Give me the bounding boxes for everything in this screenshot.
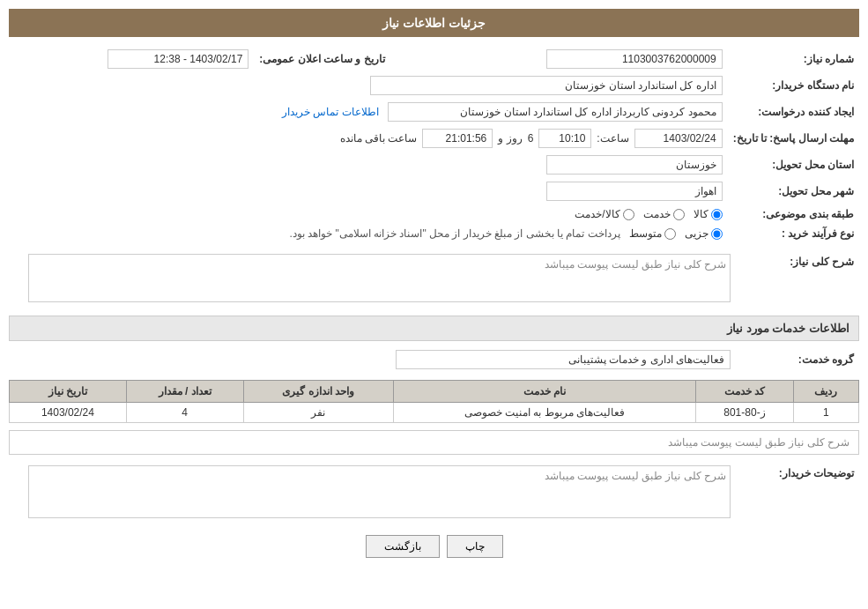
buyer-desc-value: شرح کلی نیاز طبق لیست پیوست میباشد bbox=[9, 462, 736, 524]
radio-jozi-label: جزیی bbox=[685, 227, 708, 240]
mande-label: ساعت باقی مانده bbox=[340, 132, 418, 145]
grohe-label: گروه خدمت: bbox=[736, 346, 859, 373]
cell-radif: 1 bbox=[793, 403, 858, 423]
navefar-value: جزیی متوسط پرداخت تمام یا بخشی از مبلغ خ… bbox=[9, 224, 728, 243]
col-kod: کد خدمت bbox=[695, 381, 793, 403]
row-tabaqe: طبقه بندی موضوعی: کالا خدمت کالا/خدمت bbox=[9, 204, 859, 224]
buyer-desc-textarea[interactable]: شرح کلی نیاز طبق لیست پیوست میباشد bbox=[28, 465, 731, 518]
row-ijad: ایجاد کننده درخواست: محمود کردونی کاربرد… bbox=[9, 99, 859, 125]
table-row: 1 ز-80-801 فعالیت‌های مربوط به امنیت خصو… bbox=[10, 403, 859, 423]
cell-name: فعالیت‌های مربوط به امنیت خصوصی bbox=[393, 403, 695, 423]
roz-label: روز و bbox=[498, 132, 522, 145]
grohe-table: گروه خدمت: فعالیت‌های اداری و خدمات پشتی… bbox=[9, 346, 859, 373]
page-title: جزئیات اطلاعات نیاز bbox=[382, 16, 486, 30]
row-shahr: شهر محل تحویل: اهواز bbox=[9, 178, 859, 204]
cell-vahed: نفر bbox=[243, 403, 393, 423]
radio-kala-label: کالا bbox=[694, 208, 708, 220]
ijad-input: محمود کردونی کاربرداز اداره کل استاندارد… bbox=[388, 102, 723, 122]
print-button[interactable]: چاپ bbox=[447, 535, 503, 558]
shahr-input: اهواز bbox=[546, 182, 723, 201]
ostan-label: استان محل تحویل: bbox=[728, 152, 859, 178]
col-vahed: واحد اندازه گیری bbox=[243, 381, 393, 403]
cell-kod: ز-80-801 bbox=[695, 403, 793, 423]
buyer-desc-row: توضیحات خریدار: شرح کلی نیاز طبق لیست پی… bbox=[9, 462, 859, 524]
shomare-value: 1103003762000009 bbox=[426, 46, 728, 72]
col-name: نام خدمت bbox=[393, 381, 695, 403]
radio-kala[interactable]: کالا bbox=[694, 208, 723, 220]
row-shomare: شماره نیاز: 1103003762000009 تاریخ و ساع… bbox=[9, 46, 859, 72]
info-table: شماره نیاز: 1103003762000009 تاریخ و ساع… bbox=[9, 46, 859, 243]
radio-kalakhedmat-label: کالا/خدمت bbox=[575, 208, 619, 220]
namdasgah-input: اداره کل استاندارد استان خوزستان bbox=[370, 76, 723, 95]
shahr-value: اهواز bbox=[9, 178, 728, 204]
buyer-desc-label: توضیحات خریدار: bbox=[736, 462, 859, 524]
row-namdasgah: نام دستگاه خریدار: اداره کل استاندارد اس… bbox=[9, 72, 859, 99]
sharh-section-table: شرح کلی نیاز: شرح کلی نیاز طبق لیست پیوس… bbox=[9, 250, 859, 308]
mohlat-mande: 21:01:56 bbox=[422, 129, 493, 148]
services-header-row: ردیف کد خدمت نام خدمت واحد اندازه گیری ت… bbox=[10, 381, 859, 403]
cell-tarikh: 1403/02/24 bbox=[10, 403, 127, 423]
radio-mota-label: متوسط bbox=[629, 227, 662, 240]
taarikh-input: 1403/02/17 - 12:38 bbox=[108, 49, 249, 69]
services-note: شرح کلی نیاز طبق لیست پیوست میباشد bbox=[668, 436, 849, 449]
namdasgah-label: نام دستگاه خریدار: bbox=[728, 72, 859, 99]
radio-khedmat-input[interactable] bbox=[673, 209, 685, 220]
sharh-value: شرح کلی نیاز طبق لیست پیوست میباشد bbox=[9, 250, 736, 308]
radio-kalakhedmat-input[interactable] bbox=[623, 209, 634, 220]
services-section-header: اطلاعات خدمات مورد نیاز bbox=[9, 316, 859, 341]
row-ostan: استان محل تحویل: خوزستان bbox=[9, 152, 859, 178]
radio-khedmat[interactable]: خدمت bbox=[643, 208, 685, 220]
sharh-row: شرح کلی نیاز: شرح کلی نیاز طبق لیست پیوس… bbox=[9, 250, 859, 308]
shahr-label: شهر محل تحویل: bbox=[728, 178, 859, 204]
button-area: چاپ بازگشت bbox=[9, 535, 859, 558]
col-radif: ردیف bbox=[793, 381, 858, 403]
grohe-value: فعالیت‌های اداری و خدمات پشتیبانی bbox=[9, 346, 736, 373]
col-tarikh: تاریخ نیاز bbox=[10, 381, 127, 403]
radio-mota-input[interactable] bbox=[664, 228, 676, 240]
radio-jozi[interactable]: جزیی bbox=[685, 227, 723, 240]
ijad-label: ایجاد کننده درخواست: bbox=[728, 99, 859, 125]
taarikh-value: 1403/02/17 - 12:38 bbox=[9, 46, 254, 72]
sharh-label: شرح کلی نیاز: bbox=[736, 250, 859, 308]
ijad-value: محمود کردونی کاربرداز اداره کل استاندارد… bbox=[9, 99, 728, 125]
sharh-textarea[interactable]: شرح کلی نیاز طبق لیست پیوست میباشد bbox=[28, 254, 731, 302]
radio-kala-khedmat[interactable]: کالا/خدمت bbox=[575, 208, 634, 220]
navefar-label: نوع فرآیند خرید : bbox=[728, 224, 859, 243]
taarikh-label: تاریخ و ساعت اعلان عمومی: bbox=[254, 46, 389, 72]
mohlat-label: مهلت ارسال پاسخ: تا تاریخ: bbox=[728, 125, 859, 152]
radio-kala-input[interactable] bbox=[711, 209, 723, 220]
services-table: ردیف کد خدمت نام خدمت واحد اندازه گیری ت… bbox=[9, 380, 859, 423]
row-mohlat: مهلت ارسال پاسخ: تا تاریخ: 1403/02/24 سا… bbox=[9, 125, 859, 152]
page-header: جزئیات اطلاعات نیاز bbox=[9, 9, 859, 37]
grohe-input: فعالیت‌های اداری و خدمات پشتیبانی bbox=[396, 350, 731, 369]
tabaqe-value: کالا خدمت کالا/خدمت bbox=[9, 204, 728, 224]
radio-khedmat-label: خدمت bbox=[643, 208, 671, 220]
navefar-note: پرداخت تمام یا بخشی از مبلغ خریدار از مح… bbox=[289, 227, 619, 240]
mohlat-saat: 10:10 bbox=[538, 129, 591, 148]
ostan-input: خوزستان bbox=[546, 155, 723, 175]
shomare-input: 1103003762000009 bbox=[546, 49, 723, 69]
radio-mota[interactable]: متوسط bbox=[629, 227, 676, 240]
services-note-box: شرح کلی نیاز طبق لیست پیوست میباشد bbox=[9, 430, 859, 455]
contact-link[interactable]: اطلاعات تماس خریدار bbox=[282, 106, 379, 118]
mohlat-value: 1403/02/24 ساعت: 10:10 6 روز و 21:01:56 … bbox=[9, 125, 728, 152]
buyer-desc-table: توضیحات خریدار: شرح کلی نیاز طبق لیست پی… bbox=[9, 462, 859, 524]
roz-value: 6 bbox=[528, 132, 534, 145]
namdasgah-value: اداره کل استاندارد استان خوزستان bbox=[9, 72, 728, 99]
col-tedad: تعداد / مقدار bbox=[126, 381, 243, 403]
cell-tedad: 4 bbox=[126, 403, 243, 423]
ostan-value: خوزستان bbox=[9, 152, 728, 178]
tabaqe-label: طبقه بندی موضوعی: bbox=[728, 204, 859, 224]
page-container: جزئیات اطلاعات نیاز شماره نیاز: 11030037… bbox=[0, 0, 868, 609]
back-button[interactable]: بازگشت bbox=[366, 535, 440, 558]
row-navefar: نوع فرآیند خرید : جزیی متوسط پرداخت تمام… bbox=[9, 224, 859, 243]
saat-label: ساعت: bbox=[597, 132, 628, 145]
shomare-label: شماره نیاز: bbox=[728, 46, 859, 72]
radio-jozi-input[interactable] bbox=[711, 228, 723, 240]
grohe-row: گروه خدمت: فعالیت‌های اداری و خدمات پشتی… bbox=[9, 346, 859, 373]
mohlat-date: 1403/02/24 bbox=[634, 129, 723, 148]
